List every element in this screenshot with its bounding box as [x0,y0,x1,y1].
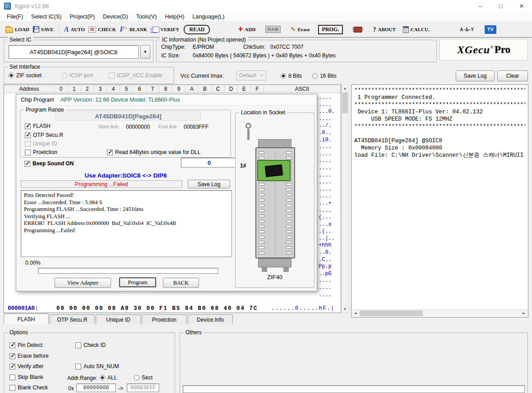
skip-blank-checkbox[interactable]: Skip Blank [9,374,43,380]
otp-secur-checkbox[interactable]: OTP Secu.R [25,132,63,138]
socket-foot [283,267,289,272]
ic-select-dropdown-button[interactable] [140,45,150,59]
addr-sect-radio[interactable]: Sect [134,374,153,381]
program-button[interactable]: Program [119,277,156,287]
hex-ascii-fragment: .... [319,292,341,299]
zif-socket-radio[interactable]: ZIF socket [9,72,42,79]
about-label: ABOUT [378,27,396,32]
hex-column-header: B [199,85,212,93]
menu-item[interactable]: Language(L) [189,13,229,21]
dialog-title: Chip Program [21,97,54,103]
device-log-line: USB SPEED MODE: FS 12MHZ [354,116,525,123]
pin-slot [259,209,264,212]
dialog-log-box[interactable]: Pins Detected Passed!Erase ...Succeeded.… [21,190,232,257]
vcc-current-label: Vcc Current Imax: [180,73,224,79]
load-button[interactable]: LOAD [4,25,31,34]
menu-item[interactable]: Help(H) [161,13,188,21]
tab-protection[interactable]: Proetction [142,314,187,324]
tv-button[interactable]: TV [483,24,498,35]
scrollbar-thumb[interactable] [342,93,348,113]
minimize-button[interactable]: – [470,0,490,12]
erase-button[interactable]: Erase [289,25,312,34]
icsp-vcc-checkbox[interactable]: ICSP_VCC Enable [109,72,162,79]
hex-vertical-scrollbar[interactable]: ▲ ▼ [341,84,349,313]
tab-flash[interactable]: FLASH [4,313,49,324]
add-button[interactable]: ADD [236,25,257,34]
range-to-input[interactable]: 00083FFF [127,384,159,392]
checkbox-box [9,342,15,348]
hex-column-header: 1 [68,85,81,93]
save-button[interactable]: SAVE [31,25,56,33]
close-button[interactable]: ✕ [511,0,532,12]
scroll-right-icon[interactable]: ► [520,310,527,317]
pin-slot [286,183,292,186]
dialog-header[interactable]: Chip Program APP Version: 12.66 Device M… [16,94,317,106]
menu-item[interactable]: Device(D) [99,13,132,21]
ic-select-combobox[interactable]: AT45DB041D[Page264] @SOIC8 [9,45,139,59]
ic-test-button[interactable] [350,26,365,33]
pin-slot [286,236,292,239]
hex-row[interactable]: 000001A0: 00 00 00 00 08 A9 30 00 F1 B5 … [4,305,341,312]
dialog-save-log-button[interactable]: Save Log [188,180,230,188]
16-bits-radio[interactable]: 16 Bits [312,73,337,79]
menu-item[interactable]: Select IC(S) [27,13,65,21]
chksum-value: 0x07CC 7007 [270,44,303,50]
save-log-button[interactable]: Save Log [456,70,495,81]
verify-button[interactable]: VERIFY [149,25,181,34]
tv-icon: TV [485,25,496,34]
menu-item[interactable]: File(F) [3,13,27,21]
prog-button[interactable]: PROG. [318,25,343,34]
vcc-current-select[interactable]: Default [236,70,266,80]
checkbox-box [25,150,31,155]
chip-type-label: ChipType: [161,44,185,50]
ram-button[interactable]: RAM [264,25,282,34]
scroll-left-icon[interactable]: ◄ [352,310,359,317]
range-arrow-label: -> [118,385,123,392]
tab-unique-id[interactable]: Unique ID [96,314,141,324]
checkbox-box [24,161,30,167]
clear-button[interactable]: Clear [497,70,528,81]
verify-after-checkbox[interactable]: Verify after [9,363,43,370]
blank-button[interactable]: BLANK [118,24,149,34]
beep-sound-checkbox[interactable]: Beep Sound ON [24,160,74,167]
check-button[interactable]: CHECK [87,26,118,33]
pin-detect-label: Pin Detect [18,342,42,348]
scrollbar-thumb[interactable] [360,310,423,316]
pin-slot [259,193,264,196]
maximize-button[interactable]: □ [490,0,511,12]
menu-item[interactable]: Project(P) [66,13,99,21]
read-64bytes-checkbox[interactable]: Read 64Bytes unique value for DLL [107,149,200,155]
back-button[interactable]: BACK [163,278,199,288]
read-button[interactable]: READ [184,25,210,34]
checkbox-box [107,150,113,155]
about-button[interactable]: ABOUT [371,25,398,34]
menu-item[interactable]: Tools(V) [132,13,161,21]
unique-id-checkbox[interactable]: Unique ID [25,140,57,147]
question-mark-icon [373,26,376,33]
view-adapter-button[interactable]: View Adapter [55,278,111,288]
blank-check-checkbox[interactable]: Blank Check [9,384,48,391]
scroll-up-icon[interactable]: ▲ [342,85,348,92]
logic-test-button[interactable]: A-&-Y [458,26,476,33]
window-title: Xgpro v12.66 [14,3,49,9]
8-bits-radio[interactable]: 8 Bits [281,73,302,79]
dialog-log-line: ERROR! FLASH Address:0x000000 Buf_Val:0x… [24,220,229,227]
erase-before-checkbox[interactable]: Erase before [9,353,49,359]
addr-all-radio[interactable]: ALL [100,374,117,381]
range-from-input[interactable]: 00000000 [76,384,116,392]
dialog-chip-name: AT45DB041D[Page264] [56,112,201,121]
protection-checkbox[interactable]: Proetction [25,149,57,155]
ic-info-group-label: IC Information (No Project opened) [160,37,248,43]
others-status-field[interactable] [183,385,525,393]
scroll-down-icon[interactable]: ▼ [342,305,348,313]
tab-otp-secur[interactable]: OTP Secu.R [50,314,95,324]
auto-sn-checkbox[interactable]: Auto SN_NUM [75,363,119,370]
pin-detect-checkbox[interactable]: Pin Detect [9,342,42,348]
auto-button[interactable]: AUTO [62,24,87,34]
log-horizontal-scrollbar[interactable]: ◄ ► [352,309,527,317]
icsp-port-radio[interactable]: ICSP port [62,72,93,79]
check-id-checkbox[interactable]: Check ID [75,342,106,348]
tab-device-info[interactable]: Device.Info [188,314,233,324]
calculator-button[interactable]: CALCU. [401,25,431,34]
flash-checkbox[interactable]: FLASH [25,123,51,129]
